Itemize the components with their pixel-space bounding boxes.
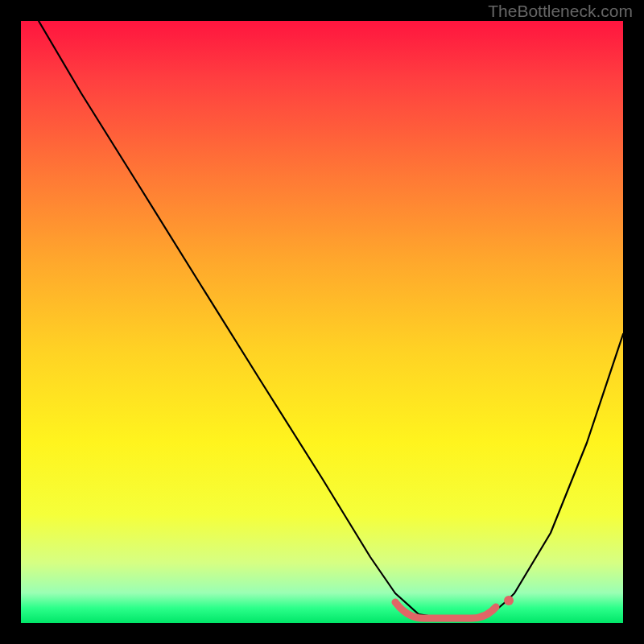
bottleneck-curve [39, 21, 623, 618]
optimal-range-marker [395, 602, 496, 618]
chart-svg-layer [21, 21, 623, 623]
plot-area [21, 21, 623, 623]
optimal-point-marker [504, 596, 514, 605]
chart-frame [0, 0, 644, 644]
watermark-text: TheBottleneck.com [488, 2, 633, 21]
